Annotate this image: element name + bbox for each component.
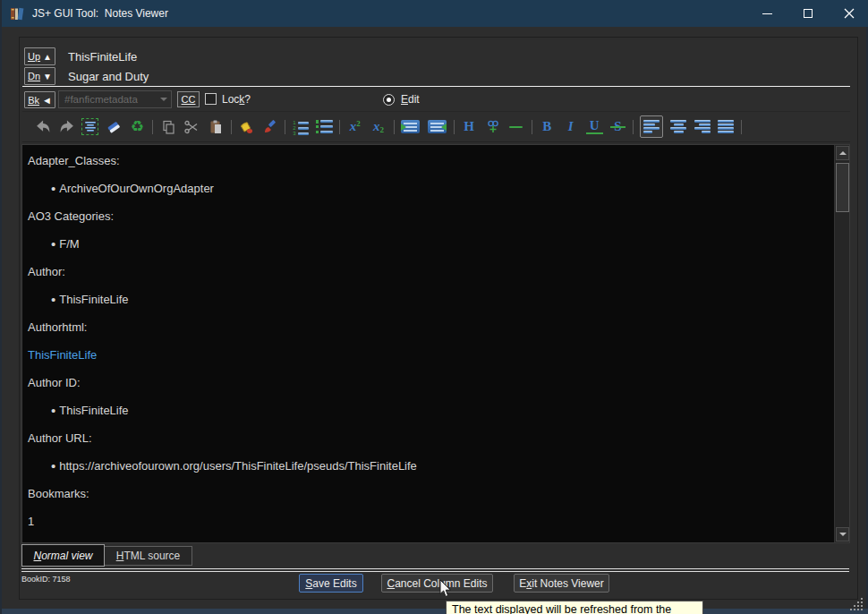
align-left-icon[interactable] (640, 115, 663, 138)
save-edits-label: Save Edits (305, 577, 356, 590)
paste-icon[interactable] (207, 118, 224, 135)
heading-icon[interactable]: H (461, 118, 478, 135)
note-line: •https://archiveofourown.org/users/ThisF… (28, 452, 834, 480)
down-button-label: Dn (28, 71, 40, 81)
fill-color-icon[interactable] (238, 118, 255, 135)
lock-checkbox[interactable] (205, 93, 217, 105)
tab-normal-view[interactable]: Normal view (21, 544, 105, 567)
align-right-icon[interactable] (694, 118, 711, 135)
close-button[interactable] (829, 0, 868, 27)
ordered-list-icon[interactable]: 123 (292, 118, 309, 135)
maximize-button[interactable] (787, 0, 829, 27)
toolbar-separator (741, 120, 742, 134)
scrollbar-thumb[interactable] (836, 163, 849, 212)
outdent-icon[interactable] (427, 118, 447, 135)
note-editor[interactable]: Adapter_Classes:•ArchiveOfOurOwnOrgAdapt… (21, 144, 850, 543)
back-arrow-icon: ◄ (42, 95, 52, 106)
combobox-dropdown-icon (157, 91, 171, 107)
back-button[interactable]: Bk◄ (24, 91, 55, 108)
note-line: •F/M (28, 230, 834, 258)
note-text: Author URL: (28, 431, 92, 445)
note-text: AO3 Categories: (28, 209, 114, 223)
underline-icon[interactable]: U (586, 119, 603, 134)
app-window: JS+ GUI Tool: Notes Viewer Up▲ ThisFinit… (0, 0, 868, 614)
tab-html-label: HTML source (116, 550, 181, 562)
tooltip-text: The text displayed will be refreshed fro… (452, 603, 671, 614)
note-line: ThisFiniteLife (28, 341, 834, 369)
format-block-icon[interactable] (81, 118, 98, 135)
bullet-marker: • (51, 181, 55, 196)
app-icon (10, 6, 25, 21)
note-line: Bookmarks: (28, 480, 834, 507)
italic-icon[interactable]: I (562, 118, 579, 135)
up-button-label: Up (28, 51, 40, 62)
justify-icon[interactable] (717, 118, 734, 135)
note-line: •ThisFiniteLife (28, 397, 834, 424)
recycle-icon[interactable]: ♻ (129, 118, 146, 135)
note-text: Bookmarks: (28, 487, 89, 500)
align-center-icon[interactable] (670, 118, 687, 135)
exit-notes-viewer-button[interactable]: Exit Notes Viewer (514, 574, 609, 593)
undo-icon[interactable] (35, 118, 52, 135)
tab-normal-label: Normal view (33, 550, 92, 562)
eraser-icon[interactable] (106, 118, 123, 135)
note-link[interactable]: ThisFiniteLife (28, 348, 97, 362)
tab-html-source[interactable]: HTML source (105, 546, 192, 566)
separator-line (22, 86, 850, 87)
note-line: Author: (28, 258, 834, 286)
scroll-up-button[interactable] (836, 146, 849, 160)
note-text: ArchiveOfOurOwnOrgAdapter (59, 182, 214, 195)
title-bar: JS+ GUI Tool: Notes Viewer (2, 0, 868, 27)
metadata-combobox[interactable]: #fanficmetadata (58, 90, 172, 108)
brush-icon[interactable] (261, 118, 278, 135)
indent-icon[interactable] (401, 118, 421, 135)
save-edits-button[interactable]: Save Edits (299, 574, 363, 593)
strikethrough-icon[interactable]: S (609, 118, 626, 135)
down-button[interactable]: Dn▼ (24, 67, 55, 85)
toolbar-separator (532, 120, 532, 134)
bullet-marker: • (51, 236, 55, 252)
vertical-scrollbar[interactable] (834, 145, 849, 542)
unordered-list-icon[interactable] (316, 118, 333, 135)
copy-icon[interactable] (160, 118, 177, 135)
exit-notes-viewer-label: Exit Notes Viewer (519, 577, 604, 590)
toolbar-separator (231, 120, 232, 134)
scroll-down-button[interactable] (836, 527, 849, 542)
horizontal-rule-icon[interactable] (507, 118, 524, 135)
note-line: 1 (28, 507, 834, 535)
scroll-up-icon (839, 151, 847, 155)
toolbar-separator (454, 120, 455, 134)
note-line: Adapter_Classes: (28, 147, 834, 175)
up-button[interactable]: Up▲ (24, 47, 55, 65)
note-line: Authorhtml: (28, 313, 834, 341)
cancel-column-edits-label: Cancel Column Edits (387, 577, 487, 590)
cancel-column-edits-button[interactable]: Cancel Column Edits (381, 574, 493, 593)
note-line: Author ID: (28, 369, 834, 397)
note-text: F/M (59, 237, 79, 251)
bullet-marker: • (51, 403, 55, 418)
redo-icon[interactable] (58, 118, 75, 135)
window-bottom-border (2, 609, 868, 614)
tooltip: The text displayed will be refreshed fro… (446, 601, 703, 614)
toolbar-separator (633, 120, 634, 134)
anchor-icon[interactable] (484, 118, 501, 135)
note-line: AO3 Categories: (28, 202, 834, 230)
scroll-down-icon (839, 533, 847, 536)
toolbar-separator (394, 120, 395, 134)
close-icon (844, 8, 855, 19)
resize-grip[interactable] (850, 598, 863, 610)
subscript-icon[interactable]: x2 (370, 118, 387, 135)
cut-icon[interactable] (183, 118, 200, 135)
edit-radio[interactable] (383, 94, 395, 106)
current-note-subtitle: Sugar and Duty (68, 70, 149, 83)
current-note-title: ThisFiniteLife (68, 50, 137, 64)
superscript-icon[interactable]: x2 (346, 118, 363, 135)
note-text: 1 (28, 515, 34, 528)
lock-label: Lock? (222, 93, 251, 106)
minimize-button[interactable] (746, 0, 787, 27)
back-button-label: Bk (28, 95, 39, 106)
bold-icon[interactable]: B (539, 118, 556, 135)
cc-button-label: CC (182, 94, 196, 105)
cc-button[interactable]: CC (177, 91, 200, 107)
note-line: •ArchiveOfOurOwnOrgAdapter (28, 175, 834, 202)
